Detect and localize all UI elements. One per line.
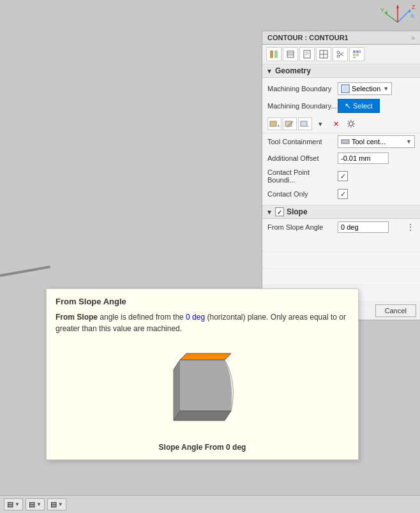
contact-point-control: [338, 171, 415, 181]
tooltip-description: From Slope angle is defined from the 0 d…: [56, 311, 349, 334]
slope-checkbox[interactable]: ✓: [275, 207, 284, 216]
slope-section-header[interactable]: ▼ ✓ Slope: [262, 205, 420, 219]
panel-expand-icon[interactable]: »: [411, 34, 415, 41]
panel-title: CONTOUR : CONTOUR1: [267, 34, 349, 41]
bottom-btn-1[interactable]: ▤ ▼: [4, 498, 23, 510]
toolbar-doc-btn[interactable]: [299, 47, 315, 61]
from-slope-angle-input[interactable]: [338, 221, 389, 233]
svg-point-22: [337, 55, 340, 57]
geometry-title: Geometry: [275, 66, 311, 75]
tool-containment-control: Tool cent... ▼: [338, 135, 415, 148]
toolbar-row: [262, 45, 420, 64]
bottom-btn-2-chevron: ▼: [36, 502, 41, 507]
tool-containment-label: Tool Containment: [267, 138, 338, 145]
svg-rect-9: [270, 50, 273, 58]
additional-offset-input[interactable]: [338, 152, 389, 164]
delete-boundary-btn[interactable]: -: [298, 117, 312, 130]
machining-boundary-dropdown[interactable]: Selection ▼: [338, 82, 392, 95]
svg-rect-38: [301, 121, 307, 126]
slope-arrow: ▼: [266, 209, 273, 216]
axis-indicator: Z Y X: [375, 0, 420, 29]
contact-point-checkbox[interactable]: [338, 171, 348, 181]
svg-marker-6: [396, 5, 399, 8]
cancel-button[interactable]: Cancel: [375, 304, 416, 317]
machining-boundary-control: Selection ▼: [338, 82, 415, 95]
background-line: [0, 265, 50, 277]
edit-boundary-btn[interactable]: [283, 117, 297, 130]
tooltip-popup: From Slope Angle From Slope angle is def…: [46, 288, 359, 460]
slope-shape-caption: Slope Angle From 0 deg: [159, 443, 246, 452]
scissors-icon: [336, 50, 345, 59]
boundary-settings-btn[interactable]: [344, 117, 358, 130]
svg-marker-45: [174, 360, 180, 420]
tooltip-highlight: 0 deg: [186, 313, 205, 322]
bottom-btn-2[interactable]: ▤ ▼: [26, 498, 45, 510]
select-button[interactable]: ↖ Select: [338, 99, 380, 113]
toolbar-path-btn[interactable]: [266, 47, 281, 61]
tool-containment-dropdown[interactable]: Tool cent... ▼: [338, 135, 415, 148]
svg-text:Y: Y: [380, 7, 384, 13]
tooltip-text-2: angle is defined from the: [98, 313, 186, 322]
contact-only-control: [338, 189, 415, 199]
ext-row-1: [262, 235, 420, 252]
svg-rect-14: [304, 50, 310, 58]
svg-rect-28: [353, 54, 356, 56]
slope-options-btn[interactable]: ⋮: [406, 222, 415, 232]
boundary-dropdown-btn[interactable]: ▾: [313, 117, 327, 130]
svg-line-1: [385, 13, 398, 22]
bottom-btn-3[interactable]: ▤ ▼: [47, 498, 66, 510]
svg-rect-30: [353, 57, 356, 58]
machining-boundary-label: Machining Boundary: [267, 85, 338, 93]
add-boundary-icon: +: [269, 119, 280, 129]
svg-point-21: [337, 51, 340, 54]
add-boundary-btn[interactable]: +: [267, 117, 281, 130]
geometry-section-header[interactable]: ▼ Geometry: [262, 64, 420, 78]
svg-rect-25: [353, 50, 356, 53]
geometry-section: Machining Boundary Selection ▼ Machining…: [262, 78, 420, 205]
tool-containment-value: Tool cent...: [352, 138, 386, 145]
bottom-toolbar: ▤ ▼ ▤ ▼ ▤ ▼: [0, 495, 420, 513]
svg-line-23: [340, 53, 343, 56]
svg-marker-46: [174, 411, 231, 420]
select-button-label: Select: [353, 102, 373, 110]
tooltip-title: From Slope Angle: [56, 297, 349, 306]
contact-only-checkbox[interactable]: [338, 189, 348, 199]
geometry-arrow: ▼: [266, 68, 273, 75]
tool-containment-row: Tool Containment Tool cent... ▼: [262, 133, 420, 150]
toolbar-scissors-btn[interactable]: [333, 47, 348, 61]
boundary-dropdown-chevron: ▼: [383, 86, 389, 92]
bottom-btn-1-chevron: ▼: [15, 502, 20, 507]
toolbar-table-btn[interactable]: [316, 47, 331, 61]
main-panel: CONTOUR : CONTOUR1 »: [262, 31, 420, 320]
settings-icon: [347, 119, 356, 128]
svg-rect-33: [270, 121, 276, 126]
edit-boundary-icon: [285, 119, 295, 129]
from-slope-angle-control: [338, 221, 406, 233]
from-slope-angle-row: From Slope Angle ⋮: [262, 219, 420, 235]
svg-rect-32: [343, 86, 348, 91]
svg-marker-44: [180, 353, 231, 360]
tool-cont-chevron: ▼: [406, 138, 412, 145]
svg-point-41: [349, 122, 353, 126]
from-slope-angle-label: From Slope Angle: [267, 223, 338, 231]
toolbar-list-btn[interactable]: [283, 47, 298, 61]
boundary-delete-btn[interactable]: ✕: [329, 117, 343, 130]
machining-boundary2-label: Machining Boundary...: [267, 102, 338, 110]
svg-line-24: [340, 52, 343, 56]
additional-offset-control: [338, 152, 415, 164]
toolbar-grid-btn[interactable]: [349, 47, 364, 61]
machining-boundary-value: Selection: [352, 85, 380, 93]
select-btn-control: ↖ Select: [338, 99, 415, 113]
slope-title: Slope: [287, 207, 308, 216]
bottom-btn-2-icon: ▤: [29, 500, 35, 509]
ext-row-2: [262, 252, 420, 269]
machining-boundary-row: Machining Boundary Selection ▼: [262, 80, 420, 97]
table-icon: [319, 50, 328, 59]
svg-text:X: X: [410, 13, 414, 19]
bottom-btn-3-icon: ▤: [50, 500, 57, 509]
svg-text:-: -: [308, 123, 310, 129]
tooltip-image-area: Slope Angle From 0 deg: [56, 341, 349, 452]
contact-only-label: Contact Only: [267, 190, 338, 198]
panel-title-bar: CONTOUR : CONTOUR1 »: [262, 31, 420, 45]
delete-boundary-icon: -: [300, 119, 310, 129]
